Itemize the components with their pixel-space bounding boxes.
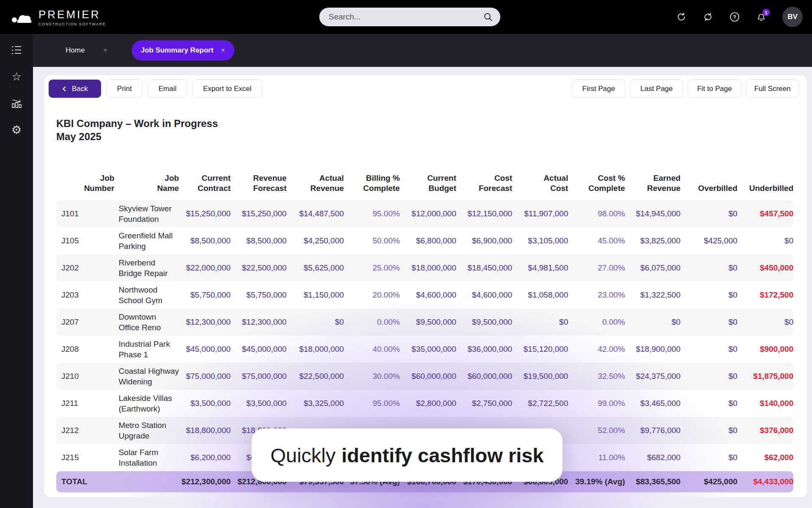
notification-badge: 1 xyxy=(763,9,770,16)
col-actual-cost: ActualCost xyxy=(512,163,568,200)
table-row: J105 Greenfield Mall Parking $8,500,000 … xyxy=(56,227,793,254)
app-logo[interactable]: PREMIER CONSTRUCTION SOFTWARE xyxy=(11,8,106,26)
caption-overlay: Quickly identify cashflow risk xyxy=(252,428,562,482)
search-bar[interactable] xyxy=(319,8,500,26)
col-current-budget: CurrentBudget xyxy=(400,163,456,200)
brand-name: PREMIER xyxy=(38,8,106,21)
fit-to-page-button[interactable]: Fit to Page xyxy=(688,80,741,98)
search-input[interactable] xyxy=(329,12,483,22)
search-icon[interactable] xyxy=(483,12,493,22)
report-title: KBI Company – Work in Progress xyxy=(56,117,807,130)
reports-chart-icon[interactable] xyxy=(8,95,25,112)
col-current-contract: CurrentContract xyxy=(179,163,230,200)
full-screen-button[interactable]: Full Screen xyxy=(746,80,799,98)
email-button[interactable]: Email xyxy=(148,80,187,98)
caption-text-bold: identify cashflow risk xyxy=(342,444,544,467)
col-billing-pct: Billing %Complete xyxy=(344,163,400,200)
caption-text-regular: Quickly xyxy=(270,444,335,467)
sync-icon[interactable] xyxy=(702,11,713,22)
print-button[interactable]: Print xyxy=(107,80,143,98)
first-page-button[interactable]: First Page xyxy=(572,80,625,98)
table-row: J203 Northwood School Gym $5,750,000 $5,… xyxy=(56,282,793,309)
total-label: TOTAL xyxy=(56,471,114,492)
col-job-number: JobNumber xyxy=(56,163,114,200)
favorites-star-icon[interactable]: ☆ xyxy=(8,68,25,85)
top-bar: PREMIER CONSTRUCTION SOFTWARE ? 1 BV xyxy=(0,0,812,34)
brand-tagline: CONSTRUCTION SOFTWARE xyxy=(38,22,106,26)
chevron-left-icon xyxy=(62,86,67,91)
table-row: J101 Skyview Tower Foundation $15,250,00… xyxy=(56,200,793,227)
tab-bar: Home × Job Summary Report × xyxy=(33,34,812,67)
table-header-row: JobNumber JobName CurrentContract Revenu… xyxy=(56,163,793,200)
table-row: J207 Downtown Office Reno $12,300,000 $1… xyxy=(56,309,793,336)
table-row: J202 Riverbend Bridge Repair $22,000,000… xyxy=(56,254,793,282)
col-earned-revenue: EarnedRevenue xyxy=(625,163,680,200)
last-page-button[interactable]: Last Page xyxy=(630,80,683,98)
col-underbilled: Underbilled xyxy=(738,163,793,200)
tab-job-summary-report[interactable]: Job Summary Report × xyxy=(132,40,234,61)
menu-list-icon[interactable] xyxy=(8,41,25,58)
cloud-logo-icon xyxy=(11,8,33,25)
back-button[interactable]: Back xyxy=(49,80,101,98)
user-avatar[interactable]: BV xyxy=(782,7,803,27)
settings-gear-icon[interactable]: ⚙ xyxy=(8,121,25,138)
svg-text:?: ? xyxy=(733,14,736,20)
tab-home[interactable]: Home × xyxy=(66,46,107,55)
sidebar: ☆ ⚙ xyxy=(0,34,33,508)
notifications-bell-icon[interactable]: 1 xyxy=(756,11,767,22)
refresh-icon[interactable] xyxy=(676,11,687,22)
tab-active-label: Job Summary Report xyxy=(141,46,214,55)
table-row: J210 Coastal Highway Widening $75,000,00… xyxy=(56,363,793,390)
close-icon[interactable]: × xyxy=(103,47,107,54)
help-icon[interactable]: ? xyxy=(729,11,740,22)
col-cost-forecast: CostForecast xyxy=(456,163,512,200)
col-revenue-forecast: RevenueForecast xyxy=(230,163,286,200)
report-toolbar: Back Print Email Export to Excel First P… xyxy=(49,80,799,98)
col-overbilled: Overbilled xyxy=(680,163,737,200)
table-row: J211 Lakeside Villas (Earthwork) $3,500,… xyxy=(56,390,793,417)
report-title-block: KBI Company – Work in Progress May 2025 xyxy=(56,117,807,143)
close-icon[interactable]: × xyxy=(221,47,225,54)
report-subtitle: May 2025 xyxy=(56,130,807,143)
export-to-excel-button[interactable]: Export to Excel xyxy=(192,80,262,98)
table-row: J208 Industrial Park Phase 1 $45,000,000… xyxy=(56,336,793,363)
col-cost-pct: Cost %Complete xyxy=(568,163,625,200)
col-job-name: JobName xyxy=(114,163,179,200)
tab-home-label: Home xyxy=(66,46,85,55)
col-actual-revenue: ActualRevenue xyxy=(287,163,344,200)
